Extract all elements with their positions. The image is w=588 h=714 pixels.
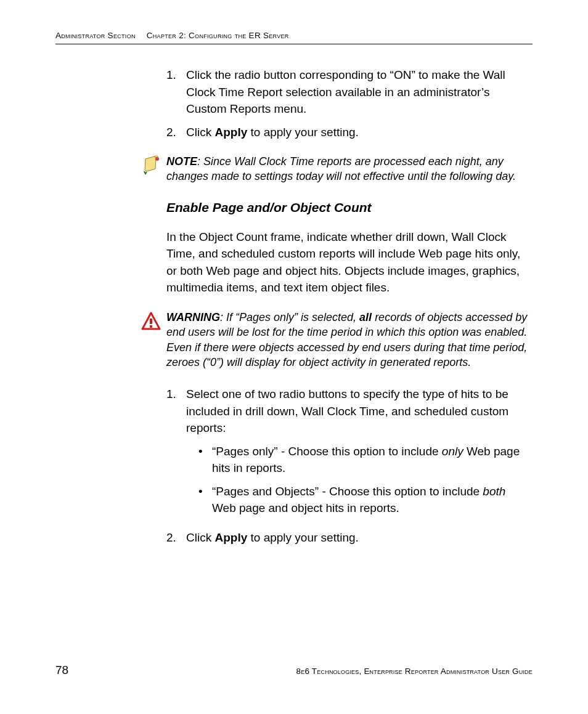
paragraph: In the Object Count frame, indicate whet…	[166, 229, 528, 296]
step-number: 1.	[166, 386, 186, 523]
step-text: Click the radio button corresponding to …	[186, 67, 528, 118]
warning-callout: WARNING: If “Pages only” is selected, al…	[141, 310, 528, 370]
section-heading: Enable Page and/or Object Count	[166, 200, 528, 215]
content-area: 1. Click the radio button corresponding …	[166, 67, 528, 546]
step-number: 1.	[166, 67, 186, 118]
header-section: Administrator Section	[55, 31, 136, 40]
bullet-text: “Pages and Objects” - Choose this option…	[212, 483, 528, 517]
step-text: Click Apply to apply your setting.	[186, 529, 528, 546]
svg-point-0	[155, 157, 159, 161]
step-text: Click Apply to apply your setting.	[186, 124, 528, 141]
step-text: Select one of two radio buttons to speci…	[186, 386, 528, 523]
svg-rect-1	[150, 318, 152, 324]
bullet-text: “Pages only” - Choose this option to inc…	[212, 443, 528, 477]
step-1b: 1. Select one of two radio buttons to sp…	[166, 386, 528, 523]
svg-rect-2	[150, 325, 152, 328]
step-2: 2. Click Apply to apply your setting.	[166, 124, 528, 141]
step-1: 1. Click the radio button corresponding …	[166, 67, 528, 118]
step-2b: 2. Click Apply to apply your setting.	[166, 529, 528, 546]
apply-label: Apply	[214, 126, 247, 139]
note-label: NOTE	[166, 155, 197, 168]
footer-text: 8e6 Technologies, Enterprise Reporter Ad…	[296, 667, 533, 676]
warning-text: WARNING: If “Pages only” is selected, al…	[166, 310, 528, 370]
apply-label: Apply	[214, 531, 247, 544]
page-number: 78	[55, 663, 68, 677]
page-footer: 78 8e6 Technologies, Enterprise Reporter…	[55, 663, 533, 677]
bullet-marker: •	[198, 483, 212, 517]
step-number: 2.	[166, 529, 186, 546]
note-icon	[141, 155, 161, 179]
ordered-list-2: 1. Select one of two radio buttons to sp…	[166, 386, 528, 546]
ordered-list-1: 1. Click the radio button corresponding …	[166, 67, 528, 140]
header-chapter: Chapter 2: Configuring the ER Server	[147, 31, 289, 40]
note-callout: NOTE: Since Wall Clock Time reports are …	[141, 154, 528, 184]
bullet-1: • “Pages only” - Choose this option to i…	[198, 443, 528, 477]
bullet-marker: •	[198, 443, 212, 477]
bullet-2: • “Pages and Objects” - Choose this opti…	[198, 483, 528, 517]
note-text: NOTE: Since Wall Clock Time reports are …	[166, 154, 528, 184]
page: Administrator SectionChapter 2: Configur…	[0, 0, 588, 714]
page-header: Administrator SectionChapter 2: Configur…	[55, 31, 533, 44]
warning-icon	[141, 311, 161, 335]
warning-label: WARNING	[166, 311, 220, 323]
step-number: 2.	[166, 124, 186, 141]
